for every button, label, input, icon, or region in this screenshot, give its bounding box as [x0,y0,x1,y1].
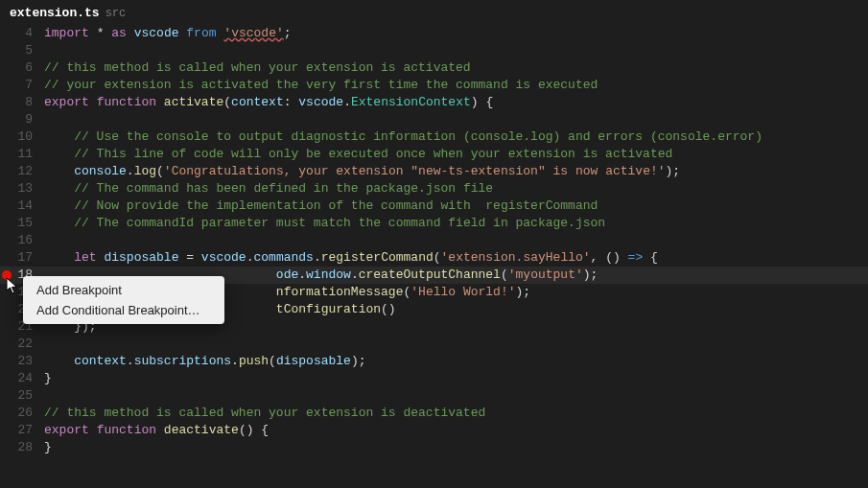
code-line[interactable]: 22 [0,336,868,353]
code-content[interactable]: context.subscriptions.push(disposable); [44,353,868,370]
tab-filename: extension.ts [10,6,100,20]
line-number[interactable]: 26 [0,405,44,422]
code-line[interactable]: 7// your extension is activated the very… [0,77,868,94]
tab-bar: extension.ts src [0,0,868,25]
line-number[interactable]: 4 [0,25,44,42]
code-content[interactable] [44,232,868,249]
code-content[interactable]: console.log('Congratulations, your exten… [44,163,868,180]
code-line[interactable]: 17 let disposable = vscode.commands.regi… [0,249,868,267]
code-line[interactable]: 4import * as vscode from 'vscode'; [0,25,868,42]
code-line[interactable]: 14 // Now provide the implementation of … [0,198,868,215]
code-content[interactable]: // this method is called when your exten… [44,405,868,422]
line-number[interactable]: 12 [0,163,44,180]
code-content[interactable] [44,336,868,353]
line-number[interactable]: 5 [0,42,44,59]
code-line[interactable]: 11 // This line of code will only be exe… [0,146,868,163]
code-line[interactable]: 15 // The commandId parameter must match… [0,215,868,232]
line-number[interactable]: 7 [0,77,44,94]
line-number[interactable]: 22 [0,336,44,353]
code-line[interactable]: 6// this method is called when your exte… [0,59,868,77]
code-line[interactable]: 12 console.log('Congratulations, your ex… [0,163,868,180]
code-content[interactable]: // This line of code will only be execut… [44,146,868,163]
code-line[interactable]: 23 context.subscriptions.push(disposable… [0,353,868,370]
line-number[interactable]: 15 [0,215,44,232]
gutter-context-menu: Add Breakpoint Add Conditional Breakpoin… [23,276,224,324]
code-line[interactable]: 25 [0,387,868,405]
line-number[interactable]: 10 [0,128,44,146]
line-number[interactable]: 13 [0,180,44,198]
code-content[interactable]: // this method is called when your exten… [44,59,868,77]
code-line[interactable]: 8export function activate(context: vscod… [0,94,868,111]
line-number[interactable]: 11 [0,146,44,163]
code-line[interactable]: 5 [0,42,868,59]
code-content[interactable]: // Now provide the implementation of the… [44,198,868,215]
code-line[interactable]: 10 // Use the console to output diagnost… [0,128,868,146]
code-content[interactable]: // Use the console to output diagnostic … [44,128,868,146]
code-line[interactable]: 9 [0,111,868,128]
code-line[interactable]: 28} [0,439,868,456]
tab-folder: src [106,7,127,20]
code-content[interactable]: } [44,439,868,456]
code-line[interactable]: 16 [0,232,868,249]
line-number[interactable]: 27 [0,422,44,439]
line-number[interactable]: 9 [0,111,44,128]
code-content[interactable]: let disposable = vscode.commands.registe… [44,249,868,267]
menu-add-breakpoint[interactable]: Add Breakpoint [23,280,224,300]
line-number[interactable]: 23 [0,353,44,370]
line-number[interactable]: 8 [0,94,44,111]
line-number[interactable]: 28 [0,439,44,456]
line-number[interactable]: 14 [0,198,44,215]
line-number[interactable]: 16 [0,232,44,249]
code-line[interactable]: 27export function deactivate() { [0,422,868,439]
code-content[interactable]: // The commandId parameter must match th… [44,215,868,232]
breakpoint-icon[interactable] [2,270,12,280]
line-number[interactable]: 17 [0,249,44,267]
code-content[interactable]: // The command has been defined in the p… [44,180,868,198]
line-number[interactable]: 24 [0,370,44,387]
editor-tab[interactable]: extension.ts src [0,2,135,24]
code-content[interactable]: export function deactivate() { [44,422,868,439]
code-content[interactable]: } [44,370,868,387]
code-line[interactable]: 13 // The command has been defined in th… [0,180,868,198]
code-content[interactable] [44,42,868,59]
line-number[interactable]: 25 [0,387,44,405]
code-content[interactable]: export function activate(context: vscode… [44,94,868,111]
code-content[interactable] [44,111,868,128]
code-line[interactable]: 24} [0,370,868,387]
code-content[interactable]: import * as vscode from 'vscode'; [44,25,868,42]
line-number[interactable]: 6 [0,59,44,77]
code-content[interactable] [44,387,868,405]
code-editor[interactable]: 4import * as vscode from 'vscode';56// t… [0,25,868,456]
menu-add-conditional-breakpoint[interactable]: Add Conditional Breakpoint… [23,300,224,320]
code-line[interactable]: 26// this method is called when your ext… [0,405,868,422]
code-content[interactable]: // your extension is activated the very … [44,77,868,94]
